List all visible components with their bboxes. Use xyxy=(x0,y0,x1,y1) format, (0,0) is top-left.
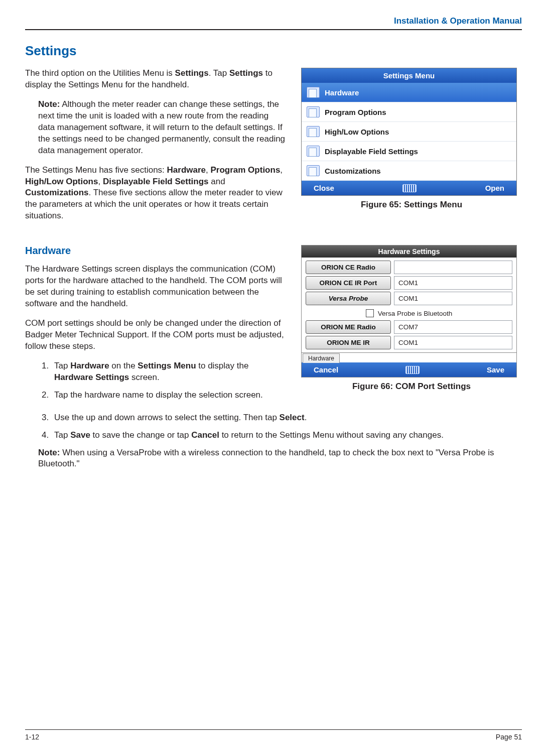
hardware-steps: Tap Hardware on the Settings Menu to dis… xyxy=(51,360,287,401)
folder-icon xyxy=(307,106,320,117)
text: and xyxy=(209,177,225,186)
hardware-note: Note: When using a VersaProbe with a wir… xyxy=(38,447,522,470)
settings-menu-screenshot: Settings Menu Hardware Program Options H… xyxy=(301,68,517,196)
hw-value[interactable]: COM7 xyxy=(394,320,512,334)
text-bold: Program Options xyxy=(210,165,280,175)
text-bold: Customizations xyxy=(25,188,89,197)
intro-note: Note: Although the meter reader can chan… xyxy=(38,99,287,157)
text: to return to the Settings Menu without s… xyxy=(219,430,444,440)
softkey-bar: Close Open xyxy=(302,181,516,195)
hw-button-versa-probe[interactable]: Versa Probe xyxy=(306,292,391,305)
hw-button-orion-me-ir[interactable]: ORION ME IR xyxy=(306,336,391,349)
softkey-save[interactable]: Save xyxy=(487,365,504,374)
device-titlebar: Hardware Settings xyxy=(302,245,516,258)
hw-row-orion-me-radio: ORION ME Radio COM7 xyxy=(306,320,512,334)
subsection-title-hardware: Hardware xyxy=(25,245,287,257)
hw-button-orion-ce-radio[interactable]: ORION CE Radio xyxy=(306,261,391,274)
hw-row-orion-ce-ir-port: ORION CE IR Port COM1 xyxy=(306,276,512,290)
softkey-bar: Cancel Save xyxy=(302,362,516,377)
hw-button-orion-me-radio[interactable]: ORION ME Radio xyxy=(306,320,391,334)
text: to display the xyxy=(196,361,249,370)
figure-65-caption: Figure 65: Settings Menu xyxy=(301,200,522,210)
text: . xyxy=(305,413,307,422)
hw-value[interactable] xyxy=(394,261,512,274)
footer-left: 1-12 xyxy=(25,733,39,741)
text: Tap xyxy=(54,430,70,440)
hw-value[interactable]: COM1 xyxy=(394,276,512,290)
menu-item-customizations[interactable]: Customizations xyxy=(302,161,516,181)
text: , xyxy=(98,177,102,186)
hardware-paragraph-2: COM port settings should be only be chan… xyxy=(25,318,287,352)
note-label: Note: xyxy=(38,448,60,457)
hw-value[interactable]: COM1 xyxy=(394,292,512,305)
menu-item-label: Displayable Field Settings xyxy=(325,147,418,156)
folder-icon xyxy=(307,146,320,157)
folder-icon xyxy=(307,126,320,137)
page-footer: 1-12 Page 51 xyxy=(25,729,522,741)
text: , xyxy=(280,165,283,175)
text: Tap xyxy=(54,361,70,370)
figure-66-caption: Figure 66: COM Port Settings xyxy=(301,382,522,392)
step-3: Use the up and down arrows to select the… xyxy=(51,412,522,424)
note-body: Although the meter reader can change the… xyxy=(38,99,285,155)
hardware-settings-screenshot: Hardware Settings ORION CE Radio ORION C… xyxy=(301,245,517,377)
hw-row-versa-probe: Versa Probe COM1 xyxy=(306,292,512,305)
hardware-steps-continued: Use the up and down arrows to select the… xyxy=(51,412,522,441)
intro-paragraph-2: The Settings Menu has five sections: Har… xyxy=(25,165,287,222)
text-bold: High/Low Options xyxy=(25,177,98,186)
text: . Tap xyxy=(209,68,229,78)
step-4: Tap Save to save the change or tap Cance… xyxy=(51,430,522,441)
intro-paragraph-1: The third option on the Utilities Menu i… xyxy=(25,68,287,91)
folder-icon xyxy=(307,87,320,98)
softkey-cancel[interactable]: Cancel xyxy=(314,365,338,374)
text: screen. xyxy=(129,372,159,382)
text-bold: Settings xyxy=(229,68,263,78)
softkey-close[interactable]: Close xyxy=(314,184,334,192)
text-bold: Select xyxy=(280,413,305,422)
menu-item-label: Hardware xyxy=(325,88,359,97)
menu-item-program-options[interactable]: Program Options xyxy=(302,102,516,122)
settings-menu-list: Hardware Program Options High/Low Option… xyxy=(302,83,516,181)
header-rule xyxy=(25,29,522,30)
folder-icon xyxy=(307,165,320,176)
footer-right: Page 51 xyxy=(496,733,522,741)
text-bold: Settings Menu xyxy=(138,361,196,370)
hw-row-orion-me-ir: ORION ME IR COM1 xyxy=(306,336,512,349)
hardware-paragraph-1: The Hardware Settings screen displays th… xyxy=(25,264,287,310)
text-bold: Hardware Settings xyxy=(54,372,129,382)
text-bold: Hardware xyxy=(70,361,109,370)
text: The third option on the Utilities Menu i… xyxy=(25,68,175,78)
text-bold: Save xyxy=(70,430,90,440)
device-titlebar: Settings Menu xyxy=(302,68,516,83)
keyboard-icon[interactable] xyxy=(405,366,420,374)
checkbox-label: Versa Probe is Bluetooth xyxy=(378,310,453,317)
menu-item-hardware[interactable]: Hardware xyxy=(302,83,516,102)
hw-row-orion-ce-radio: ORION CE Radio xyxy=(306,261,512,274)
menu-item-label: High/Low Options xyxy=(325,128,389,136)
tab-hardware[interactable]: Hardware xyxy=(303,353,340,363)
text: to save the change or tap xyxy=(90,430,191,440)
hw-tabs: Hardware xyxy=(302,352,516,362)
text-bold: Hardware xyxy=(167,165,206,175)
step-1: Tap Hardware on the Settings Menu to dis… xyxy=(51,360,287,384)
step-2: Tap the hardware name to display the sel… xyxy=(51,390,287,401)
text-bold: Displayable Field Settings xyxy=(103,177,209,186)
softkey-open[interactable]: Open xyxy=(485,184,504,192)
note-body: When using a VersaProbe with a wireless … xyxy=(38,448,494,469)
section-title-settings: Settings xyxy=(25,43,522,59)
text: Use the up and down arrows to select the… xyxy=(54,413,280,422)
hw-checkbox-row: Versa Probe is Bluetooth xyxy=(306,307,512,320)
keyboard-icon[interactable] xyxy=(402,184,417,192)
checkbox-versa-probe-bluetooth[interactable] xyxy=(366,309,374,317)
hw-value[interactable]: COM1 xyxy=(394,336,512,349)
text: on the xyxy=(109,361,138,370)
menu-item-displayable-field-settings[interactable]: Displayable Field Settings xyxy=(302,142,516,161)
menu-item-highlow-options[interactable]: High/Low Options xyxy=(302,122,516,142)
hw-button-orion-ce-ir-port[interactable]: ORION CE IR Port xyxy=(306,276,391,290)
note-label: Note: xyxy=(38,99,60,109)
text-bold: Cancel xyxy=(191,430,219,440)
manual-header: Installation & Operation Manual xyxy=(25,16,522,26)
text-bold: Settings xyxy=(175,68,209,78)
text: The Settings Menu has five sections: xyxy=(25,165,167,175)
menu-item-label: Program Options xyxy=(325,108,386,116)
